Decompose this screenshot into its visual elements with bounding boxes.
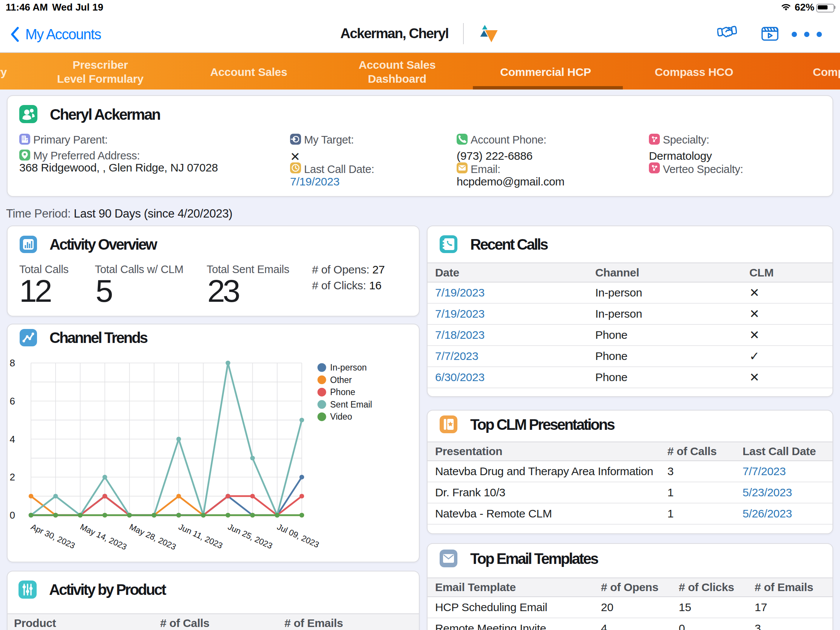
svg-text:8: 8 — [10, 357, 15, 369]
svg-text:Video: Video — [330, 412, 352, 422]
svg-text:Jun 25, 2023: Jun 25, 2023 — [226, 522, 274, 551]
svg-text:Sent Email: Sent Email — [330, 399, 372, 409]
svg-text:May 28, 2023: May 28, 2023 — [128, 522, 177, 552]
svg-text:Jun 11, 2023: Jun 11, 2023 — [177, 522, 224, 551]
svg-text:Apr 30, 2023: Apr 30, 2023 — [30, 522, 77, 551]
svg-text:0: 0 — [10, 510, 15, 521]
svg-text:2: 2 — [10, 471, 15, 483]
svg-text:Other: Other — [330, 375, 352, 385]
svg-text:4: 4 — [10, 434, 15, 445]
svg-text:May 14, 2023: May 14, 2023 — [79, 522, 128, 552]
svg-text:In-person: In-person — [330, 363, 367, 373]
svg-text:6: 6 — [10, 395, 15, 407]
svg-text:Jul 09, 2023: Jul 09, 2023 — [276, 522, 321, 549]
svg-text:Phone: Phone — [330, 387, 355, 397]
